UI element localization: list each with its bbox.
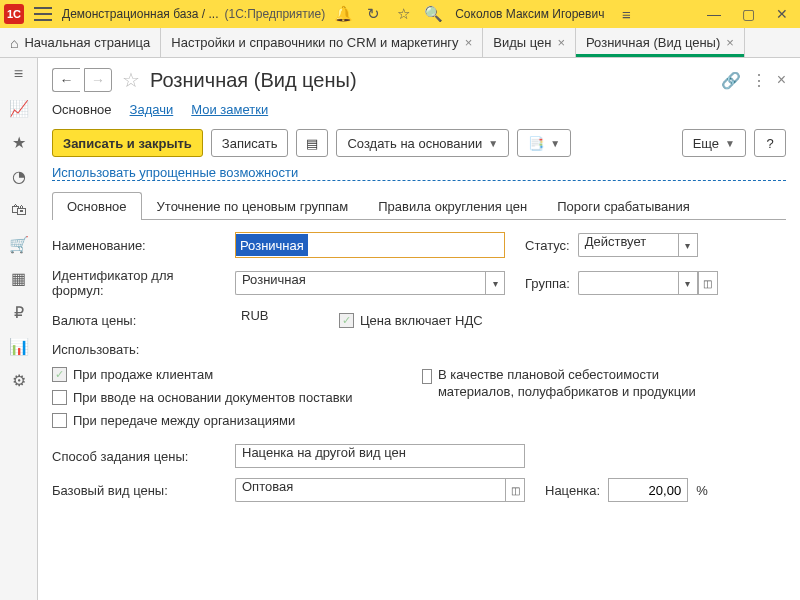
base-price-dropdown[interactable]: Оптовая ◫ xyxy=(235,478,525,502)
grid-icon[interactable]: ▦ xyxy=(9,268,29,288)
favorite-toggle[interactable]: ☆ xyxy=(122,68,140,92)
create-based-button[interactable]: Создать на основании ▼ xyxy=(336,129,509,157)
chart-icon[interactable]: 📈 xyxy=(9,98,29,118)
ruble-icon[interactable]: ₽ xyxy=(9,302,29,322)
group-value[interactable] xyxy=(578,271,678,295)
base-price-value[interactable]: Оптовая xyxy=(235,478,505,502)
simplified-link[interactable]: Использовать упрощенные возможности xyxy=(52,165,786,181)
checkbox[interactable] xyxy=(52,390,67,405)
checkbox[interactable] xyxy=(52,367,67,382)
vat-check: Цена включает НДС xyxy=(339,313,483,328)
cart-icon[interactable]: 🛒 xyxy=(9,234,29,254)
caret-down-icon[interactable]: ▾ xyxy=(678,233,698,257)
markup-input[interactable] xyxy=(608,478,688,502)
caret-down-icon[interactable]: ▾ xyxy=(485,271,505,295)
status-label: Статус: xyxy=(525,238,570,253)
nav-tabs: ⌂ Начальная страница Настройки и справоч… xyxy=(0,28,800,58)
formula-id-value[interactable]: Розничная xyxy=(235,271,485,295)
navtab-retail-label: Розничная (Вид цены) xyxy=(586,35,720,50)
toolbar: Записать и закрыть Записать ▤ Создать на… xyxy=(52,129,786,157)
gear-icon[interactable]: ⚙ xyxy=(9,370,29,390)
more-button[interactable]: Еще ▼ xyxy=(682,129,746,157)
checkbox[interactable] xyxy=(52,413,67,428)
pie-icon[interactable]: ◔ xyxy=(9,166,29,186)
open-icon[interactable]: ◫ xyxy=(505,478,525,502)
bell-icon[interactable]: 🔔 xyxy=(331,2,355,26)
group-label: Группа: xyxy=(525,276,570,291)
save-button[interactable]: Записать xyxy=(211,129,289,157)
history-icon[interactable]: ↻ xyxy=(361,2,385,26)
tab-rounding[interactable]: Правила округления цен xyxy=(363,192,542,220)
user-menu-icon[interactable]: ≡ xyxy=(614,2,638,26)
open-icon[interactable]: ◫ xyxy=(698,271,718,295)
close-window-button[interactable]: ✕ xyxy=(768,2,796,26)
main-area: ≡ 📈 ★ ◔ 🛍 🛒 ▦ ₽ 📊 ⚙ ← → ☆ Розничная (Вид… xyxy=(0,58,800,600)
section-main[interactable]: Основное xyxy=(52,102,112,117)
home-icon: ⌂ xyxy=(10,35,18,51)
star-side-icon[interactable]: ★ xyxy=(9,132,29,152)
name-label: Наименование: xyxy=(52,238,227,253)
navtab-home[interactable]: ⌂ Начальная страница xyxy=(0,28,161,57)
content: ← → ☆ Розничная (Вид цены) 🔗 ⋮ × Основно… xyxy=(38,58,800,600)
help-button[interactable]: ? xyxy=(754,129,786,157)
chk-transfer[interactable]: При передаче между организациями xyxy=(52,413,392,428)
checkbox[interactable] xyxy=(422,369,432,384)
reports-button[interactable]: 📑 ▼ xyxy=(517,129,571,157)
tab-main[interactable]: Основное xyxy=(52,192,142,220)
close-icon[interactable]: × xyxy=(465,35,473,50)
tab-thresholds[interactable]: Пороги срабатывания xyxy=(542,192,704,220)
menu-icon[interactable]: ≡ xyxy=(9,64,29,84)
page-title: Розничная (Вид цены) xyxy=(150,69,357,92)
close-icon[interactable]: × xyxy=(557,35,565,50)
link-icon[interactable]: 🔗 xyxy=(721,71,741,90)
row-name: Наименование: Розничная Статус: Действуе… xyxy=(52,232,786,258)
navtab-home-label: Начальная страница xyxy=(24,35,150,50)
close-form-icon[interactable]: × xyxy=(777,71,786,89)
nav-back-button[interactable]: ← xyxy=(52,68,80,92)
form: Наименование: Розничная Статус: Действуе… xyxy=(52,232,786,502)
bars-icon[interactable]: 📊 xyxy=(9,336,29,356)
use-checks: При продаже клиентам При вводе на основа… xyxy=(52,367,786,428)
caret-down-icon[interactable]: ▾ xyxy=(678,271,698,295)
section-notes[interactable]: Мои заметки xyxy=(191,102,268,117)
list-icon-button[interactable]: ▤ xyxy=(296,129,328,157)
minimize-button[interactable]: — xyxy=(700,2,728,26)
maximize-button[interactable]: ▢ xyxy=(734,2,762,26)
status-dropdown[interactable]: Действует ▾ xyxy=(578,233,698,257)
chk-sales[interactable]: При продаже клиентам xyxy=(52,367,392,382)
section-tasks[interactable]: Задачи xyxy=(130,102,174,117)
star-icon[interactable]: ☆ xyxy=(391,2,415,26)
user-name[interactable]: Соколов Максим Игоревич xyxy=(451,7,608,21)
bag-icon[interactable]: 🛍 xyxy=(9,200,29,220)
group-dropdown[interactable]: ▾ ◫ xyxy=(578,271,718,295)
use-label: Использовать: xyxy=(52,342,786,357)
header-row: ← → ☆ Розничная (Вид цены) 🔗 ⋮ × xyxy=(52,68,786,92)
nav-forward-button[interactable]: → xyxy=(84,68,112,92)
navtab-price-types[interactable]: Виды цен × xyxy=(483,28,576,57)
tab-groups[interactable]: Уточнение по ценовым группам xyxy=(142,192,364,220)
chk-plan-cost[interactable]: В качестве плановой себестоимости матери… xyxy=(422,367,732,401)
main-menu-icon[interactable] xyxy=(34,7,52,21)
search-icon[interactable]: 🔍 xyxy=(421,2,445,26)
caret-down-icon: ▼ xyxy=(488,138,498,149)
name-input[interactable]: Розничная xyxy=(236,234,308,256)
currency-value: RUB xyxy=(235,308,331,332)
name-input-wrap[interactable]: Розничная xyxy=(235,232,505,258)
navtab-crm[interactable]: Настройки и справочники по CRM и маркети… xyxy=(161,28,483,57)
close-icon[interactable]: × xyxy=(726,35,734,50)
status-value[interactable]: Действует xyxy=(578,233,678,257)
row-price-method: Способ задания цены: Наценка на другой в… xyxy=(52,444,786,468)
vat-label: Цена включает НДС xyxy=(360,313,483,328)
kebab-icon[interactable]: ⋮ xyxy=(751,71,767,90)
app-logo: 1C xyxy=(4,4,24,24)
section-nav: Основное Задачи Мои заметки xyxy=(52,102,786,117)
row-formula-id: Идентификатор для формул: Розничная ▾ Гр… xyxy=(52,268,786,298)
chk-supply-docs[interactable]: При вводе на основании документов постав… xyxy=(52,390,392,405)
navtab-crm-label: Настройки и справочники по CRM и маркети… xyxy=(171,35,458,50)
price-method-value[interactable]: Наценка на другой вид цен xyxy=(235,444,525,468)
sidebar: ≡ 📈 ★ ◔ 🛍 🛒 ▦ ₽ 📊 ⚙ xyxy=(0,58,38,600)
titlebar: 1C Демонстрационная база / ... (1С:Предп… xyxy=(0,0,800,28)
navtab-retail[interactable]: Розничная (Вид цены) × xyxy=(576,28,745,57)
save-close-button[interactable]: Записать и закрыть xyxy=(52,129,203,157)
formula-id-dropdown[interactable]: Розничная ▾ xyxy=(235,271,505,295)
